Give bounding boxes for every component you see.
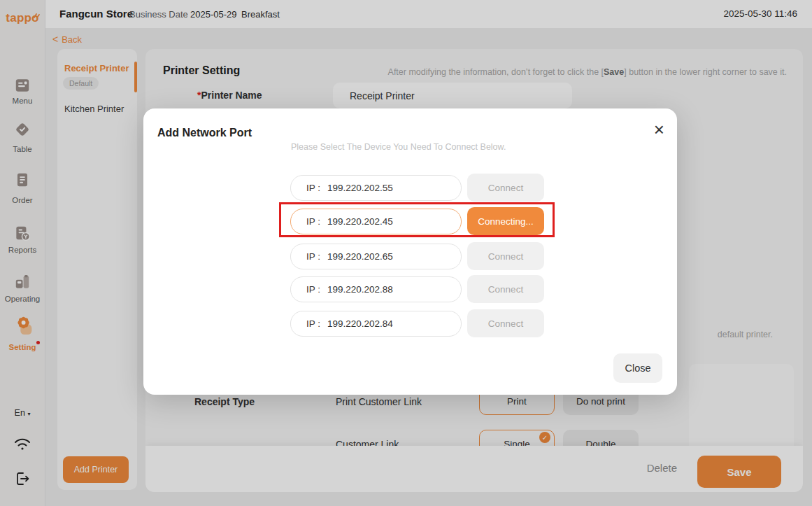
pos-app: tappo Menu Table Order Reports Operating bbox=[0, 0, 812, 506]
ip-field: IP :199.220.202.65 bbox=[290, 244, 462, 269]
modal-subtitle: Please Select The Device You Need To Con… bbox=[291, 142, 506, 152]
connect-button[interactable]: Connect bbox=[467, 275, 544, 303]
connect-button[interactable]: Connect bbox=[467, 309, 544, 337]
modal-close-button[interactable]: Close bbox=[613, 353, 662, 383]
ip-field: IP :199.220.202.84 bbox=[290, 311, 462, 337]
ip-field: IP :199.220.202.55 bbox=[290, 175, 462, 201]
connect-button[interactable]: Connect bbox=[467, 242, 544, 270]
ip-field: IP :199.220.202.88 bbox=[290, 276, 462, 302]
annotation-highlight-box bbox=[279, 202, 555, 237]
close-icon[interactable]: × bbox=[654, 120, 664, 139]
connect-button[interactable]: Connect bbox=[467, 174, 544, 202]
modal-title: Add Network Port bbox=[157, 127, 252, 139]
add-network-port-modal: Add Network Port × Please Select The Dev… bbox=[143, 108, 677, 395]
